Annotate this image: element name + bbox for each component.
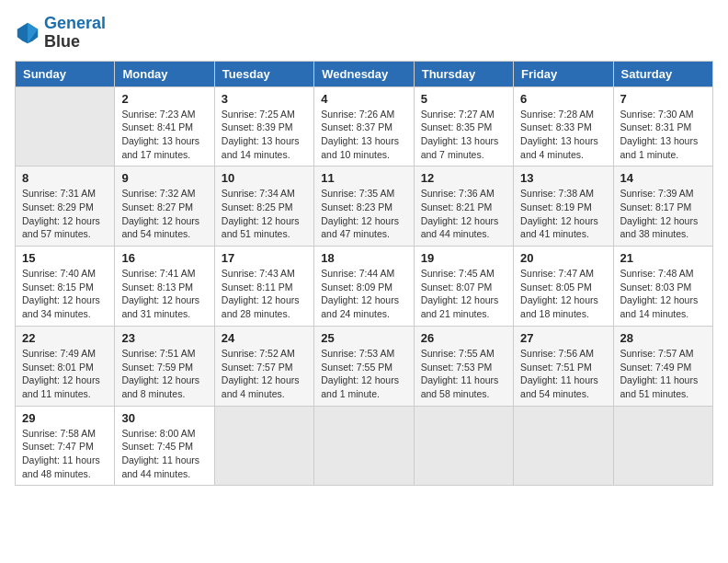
day-number: 4	[321, 92, 406, 106]
day-info: Sunrise: 7:41 AM Sunset: 8:13 PM Dayligh…	[121, 267, 207, 321]
calendar-cell: 21 Sunrise: 7:48 AM Sunset: 8:03 PM Dayl…	[613, 247, 712, 327]
calendar-cell: 4 Sunrise: 7:26 AM Sunset: 8:37 PM Dayli…	[314, 86, 414, 167]
day-number: 21	[620, 251, 706, 265]
day-number: 27	[520, 331, 606, 345]
day-info: Sunrise: 7:35 AM Sunset: 8:23 PM Dayligh…	[321, 187, 406, 241]
calendar-cell: 18 Sunrise: 7:44 AM Sunset: 8:09 PM Dayl…	[314, 247, 414, 327]
day-info: Sunrise: 7:31 AM Sunset: 8:29 PM Dayligh…	[22, 187, 108, 241]
calendar-cell	[514, 406, 613, 486]
day-info: Sunrise: 7:39 AM Sunset: 8:17 PM Dayligh…	[620, 187, 706, 241]
logo-icon	[15, 20, 40, 46]
calendar-week-3: 22 Sunrise: 7:49 AM Sunset: 8:01 PM Dayl…	[16, 326, 713, 406]
logo-text: General Blue	[44, 15, 106, 52]
calendar-cell: 23 Sunrise: 7:51 AM Sunset: 7:59 PM Dayl…	[115, 326, 214, 406]
calendar-cell: 24 Sunrise: 7:52 AM Sunset: 7:57 PM Dayl…	[214, 326, 313, 406]
calendar-week-0: 2 Sunrise: 7:23 AM Sunset: 8:41 PM Dayli…	[16, 86, 713, 167]
day-number: 17	[222, 251, 307, 265]
column-header-saturday: Saturday	[613, 61, 712, 86]
day-number: 3	[222, 92, 307, 106]
column-header-wednesday: Wednesday	[314, 61, 414, 86]
calendar-cell: 3 Sunrise: 7:25 AM Sunset: 8:39 PM Dayli…	[214, 86, 313, 167]
day-number: 7	[620, 92, 706, 106]
day-number: 10	[222, 171, 307, 185]
day-number: 5	[421, 92, 506, 106]
day-info: Sunrise: 7:43 AM Sunset: 8:11 PM Dayligh…	[222, 267, 307, 321]
calendar-cell: 25 Sunrise: 7:53 AM Sunset: 7:55 PM Dayl…	[314, 326, 414, 406]
day-number: 2	[121, 92, 207, 106]
day-info: Sunrise: 7:38 AM Sunset: 8:19 PM Dayligh…	[520, 187, 606, 241]
day-number: 25	[321, 331, 406, 345]
calendar-cell: 15 Sunrise: 7:40 AM Sunset: 8:15 PM Dayl…	[16, 247, 115, 327]
day-number: 14	[620, 171, 706, 185]
calendar-cell: 17 Sunrise: 7:43 AM Sunset: 8:11 PM Dayl…	[214, 247, 313, 327]
day-info: Sunrise: 7:44 AM Sunset: 8:09 PM Dayligh…	[321, 267, 406, 321]
calendar-week-1: 8 Sunrise: 7:31 AM Sunset: 8:29 PM Dayli…	[16, 167, 713, 247]
day-number: 16	[121, 251, 207, 265]
calendar-cell: 6 Sunrise: 7:28 AM Sunset: 8:33 PM Dayli…	[514, 86, 613, 167]
calendar-cell: 27 Sunrise: 7:56 AM Sunset: 7:51 PM Dayl…	[514, 326, 613, 406]
day-number: 26	[421, 331, 506, 345]
calendar-cell	[314, 406, 414, 486]
calendar-header: SundayMondayTuesdayWednesdayThursdayFrid…	[16, 61, 713, 86]
calendar-cell: 9 Sunrise: 7:32 AM Sunset: 8:27 PM Dayli…	[115, 167, 214, 247]
day-info: Sunrise: 7:26 AM Sunset: 8:37 PM Dayligh…	[321, 108, 406, 162]
calendar-cell: 26 Sunrise: 7:55 AM Sunset: 7:53 PM Dayl…	[414, 326, 513, 406]
day-info: Sunrise: 7:53 AM Sunset: 7:55 PM Dayligh…	[321, 347, 406, 401]
day-number: 29	[22, 411, 108, 425]
day-info: Sunrise: 7:28 AM Sunset: 8:33 PM Dayligh…	[520, 108, 606, 162]
calendar-table: SundayMondayTuesdayWednesdayThursdayFrid…	[15, 61, 713, 487]
calendar-cell: 19 Sunrise: 7:45 AM Sunset: 8:07 PM Dayl…	[414, 247, 513, 327]
day-info: Sunrise: 7:40 AM Sunset: 8:15 PM Dayligh…	[22, 267, 108, 321]
day-number: 19	[421, 251, 506, 265]
day-info: Sunrise: 7:32 AM Sunset: 8:27 PM Dayligh…	[121, 187, 207, 241]
day-number: 20	[520, 251, 606, 265]
day-info: Sunrise: 7:55 AM Sunset: 7:53 PM Dayligh…	[421, 347, 506, 401]
day-number: 12	[421, 171, 506, 185]
day-number: 8	[22, 171, 108, 185]
day-info: Sunrise: 7:34 AM Sunset: 8:25 PM Dayligh…	[222, 187, 307, 241]
day-number: 9	[121, 171, 207, 185]
calendar-cell: 10 Sunrise: 7:34 AM Sunset: 8:25 PM Dayl…	[214, 167, 313, 247]
column-header-friday: Friday	[514, 61, 613, 86]
calendar-cell	[414, 406, 513, 486]
calendar-cell	[214, 406, 313, 486]
column-header-sunday: Sunday	[16, 61, 115, 86]
calendar-cell: 11 Sunrise: 7:35 AM Sunset: 8:23 PM Dayl…	[314, 167, 414, 247]
page-header: General Blue	[15, 15, 713, 52]
day-info: Sunrise: 7:45 AM Sunset: 8:07 PM Dayligh…	[421, 267, 506, 321]
calendar-cell	[16, 86, 115, 167]
day-number: 22	[22, 331, 108, 345]
day-info: Sunrise: 7:36 AM Sunset: 8:21 PM Dayligh…	[421, 187, 506, 241]
calendar-cell: 29 Sunrise: 7:58 AM Sunset: 7:47 PM Dayl…	[16, 406, 115, 486]
day-info: Sunrise: 8:00 AM Sunset: 7:45 PM Dayligh…	[121, 427, 207, 481]
calendar-cell: 7 Sunrise: 7:30 AM Sunset: 8:31 PM Dayli…	[613, 86, 712, 167]
day-number: 24	[222, 331, 307, 345]
day-number: 23	[121, 331, 207, 345]
column-header-monday: Monday	[115, 61, 214, 86]
day-number: 28	[620, 331, 706, 345]
day-info: Sunrise: 7:48 AM Sunset: 8:03 PM Dayligh…	[620, 267, 706, 321]
calendar-cell: 20 Sunrise: 7:47 AM Sunset: 8:05 PM Dayl…	[514, 247, 613, 327]
day-number: 30	[121, 411, 207, 425]
calendar-cell: 30 Sunrise: 8:00 AM Sunset: 7:45 PM Dayl…	[115, 406, 214, 486]
day-number: 6	[520, 92, 606, 106]
calendar-week-2: 15 Sunrise: 7:40 AM Sunset: 8:15 PM Dayl…	[16, 247, 713, 327]
day-number: 13	[520, 171, 606, 185]
day-info: Sunrise: 7:25 AM Sunset: 8:39 PM Dayligh…	[222, 108, 307, 162]
day-info: Sunrise: 7:58 AM Sunset: 7:47 PM Dayligh…	[22, 427, 108, 481]
day-info: Sunrise: 7:47 AM Sunset: 8:05 PM Dayligh…	[520, 267, 606, 321]
calendar-cell: 8 Sunrise: 7:31 AM Sunset: 8:29 PM Dayli…	[16, 167, 115, 247]
calendar-cell: 12 Sunrise: 7:36 AM Sunset: 8:21 PM Dayl…	[414, 167, 513, 247]
day-number: 15	[22, 251, 108, 265]
column-header-tuesday: Tuesday	[214, 61, 313, 86]
logo: General Blue	[15, 15, 106, 52]
day-number: 11	[321, 171, 406, 185]
calendar-cell: 14 Sunrise: 7:39 AM Sunset: 8:17 PM Dayl…	[613, 167, 712, 247]
calendar-week-4: 29 Sunrise: 7:58 AM Sunset: 7:47 PM Dayl…	[16, 406, 713, 486]
calendar-cell: 22 Sunrise: 7:49 AM Sunset: 8:01 PM Dayl…	[16, 326, 115, 406]
column-header-thursday: Thursday	[414, 61, 513, 86]
day-info: Sunrise: 7:23 AM Sunset: 8:41 PM Dayligh…	[121, 108, 207, 162]
day-info: Sunrise: 7:57 AM Sunset: 7:49 PM Dayligh…	[620, 347, 706, 401]
day-info: Sunrise: 7:56 AM Sunset: 7:51 PM Dayligh…	[520, 347, 606, 401]
day-info: Sunrise: 7:52 AM Sunset: 7:57 PM Dayligh…	[222, 347, 307, 401]
